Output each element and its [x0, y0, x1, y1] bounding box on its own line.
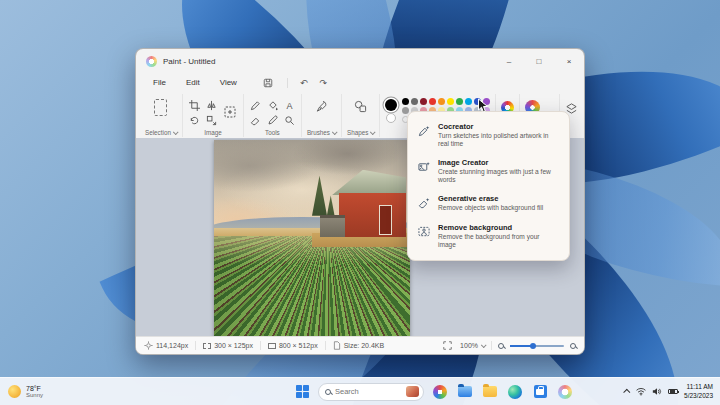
redo-icon[interactable]: ↷	[319, 78, 327, 88]
stretch-icon[interactable]	[205, 114, 218, 127]
undo-icon[interactable]: ↶	[300, 78, 308, 88]
tray-clock[interactable]: 11:11 AM 5/23/2023	[684, 383, 713, 399]
selection-icon	[203, 343, 211, 349]
menu-bar: File Edit View ↶ ↷	[136, 73, 584, 92]
tray-chevron-up-icon[interactable]	[623, 389, 630, 396]
rotate-icon[interactable]	[188, 114, 201, 127]
maximize-button[interactable]: □	[524, 49, 554, 73]
search-highlight-icon[interactable]	[406, 386, 419, 397]
sun-icon	[8, 385, 21, 398]
paint-icon	[558, 385, 572, 399]
selection-label: Selection	[145, 129, 171, 136]
tray-time: 11:11 AM	[684, 383, 713, 391]
taskbar-app-paint[interactable]	[556, 381, 574, 403]
menu-item-generative-erase[interactable]: Generative erase Remove objects with bac…	[408, 189, 569, 218]
palette-swatch[interactable]	[411, 98, 418, 105]
menu-edit[interactable]: Edit	[177, 76, 209, 89]
title-bar[interactable]: Paint - Untitled – □ ×	[136, 49, 584, 73]
menu-item-remove-background[interactable]: Remove background Remove the background …	[408, 218, 569, 254]
pencil-icon[interactable]	[249, 99, 262, 112]
palette-swatch[interactable]	[402, 98, 409, 105]
resize-icon[interactable]	[223, 104, 238, 119]
chevron-down-icon	[370, 129, 376, 135]
mouse-cursor	[477, 98, 489, 114]
zoom-level-dropdown[interactable]: 100%	[460, 342, 485, 349]
palette-swatch[interactable]	[429, 98, 436, 105]
taskbar-app-edge[interactable]	[506, 381, 524, 403]
menu-view[interactable]: View	[211, 76, 246, 89]
crop-icon[interactable]	[188, 99, 201, 112]
edge-icon	[508, 385, 522, 399]
zoom-slider[interactable]	[510, 345, 564, 347]
taskbar-search-box[interactable]	[318, 383, 424, 401]
taskbar-app-folder[interactable]	[481, 381, 499, 403]
painting-barn-door	[379, 205, 393, 235]
start-button[interactable]	[293, 381, 311, 403]
palette-swatch[interactable]	[420, 98, 427, 105]
brushes-group[interactable]: Brushes	[301, 94, 341, 137]
weather-widget[interactable]: 78°F Sunny	[8, 385, 43, 398]
fit-to-window-icon[interactable]	[441, 339, 454, 352]
color1-swatch[interactable]	[385, 99, 397, 111]
eraser-sparkle-icon	[418, 195, 430, 213]
selection-tool-icon[interactable]	[154, 99, 167, 116]
color2-swatch[interactable]	[386, 113, 396, 123]
zoom-out-icon[interactable]	[498, 343, 504, 349]
shapes-group[interactable]: Shapes	[341, 94, 379, 137]
menu-item-image-creator[interactable]: Image Creator Create stunning images wit…	[408, 153, 569, 189]
palette-swatch[interactable]	[447, 98, 454, 105]
eraser-icon[interactable]	[249, 114, 262, 127]
selection-group[interactable]: Selection	[140, 94, 182, 137]
taskbar-app-file-explorer[interactable]	[456, 381, 474, 403]
zoom-slider-thumb[interactable]	[530, 343, 536, 349]
canvas-size-icon	[268, 343, 276, 349]
wifi-icon[interactable]	[636, 387, 646, 396]
remove-background-icon	[418, 224, 430, 242]
search-input[interactable]	[335, 387, 402, 396]
fill-bucket-icon[interactable]	[266, 99, 279, 112]
canvas-image-farm-painting[interactable]	[214, 140, 410, 336]
crosshair-icon	[144, 341, 153, 350]
save-icon[interactable]	[262, 76, 275, 89]
close-button[interactable]: ×	[554, 49, 584, 73]
painting-barn	[339, 193, 406, 237]
paint-app-icon	[146, 56, 157, 67]
status-bar: 114,124px 300 × 125px 800 × 512px Size: …	[136, 336, 584, 354]
shapes-label: Shapes	[347, 129, 368, 136]
folder-icon	[483, 386, 497, 397]
battery-icon[interactable]	[668, 389, 678, 395]
brushes-label: Brushes	[307, 129, 330, 136]
weather-condition: Sunny	[26, 392, 43, 398]
search-icon	[325, 389, 331, 395]
tools-label: Tools	[265, 129, 280, 136]
divider	[491, 341, 492, 350]
menu-file[interactable]: File	[144, 76, 175, 89]
menu-item-cocreator[interactable]: Cocreator Turn sketches into polished ar…	[408, 117, 569, 153]
microsoft-store-icon	[534, 385, 547, 398]
image-group: Image	[182, 94, 243, 137]
text-tool-icon[interactable]: A	[283, 99, 296, 112]
divider	[287, 78, 288, 88]
brush-icon[interactable]	[315, 100, 328, 113]
shapes-icon[interactable]	[354, 100, 367, 113]
magnifier-icon[interactable]	[283, 114, 296, 127]
tray-date: 5/23/2023	[684, 392, 713, 400]
painting-crop-rows	[214, 236, 410, 336]
image-label: Image	[204, 129, 222, 136]
minimize-button[interactable]: –	[494, 49, 524, 73]
taskbar-app-store[interactable]	[531, 381, 549, 403]
divider	[260, 341, 261, 350]
flip-icon[interactable]	[205, 99, 218, 112]
palette-swatch[interactable]	[438, 98, 445, 105]
zoom-in-icon[interactable]	[570, 343, 576, 349]
painting-shed	[320, 215, 345, 237]
image-sparkle-icon	[418, 159, 430, 177]
volume-icon[interactable]	[652, 387, 662, 396]
palette-swatch[interactable]	[465, 98, 472, 105]
file-explorer-icon	[458, 386, 472, 397]
color-picker-icon[interactable]	[266, 114, 279, 127]
canvas-size-status: 800 × 512px	[268, 342, 318, 349]
chevron-down-icon	[173, 129, 179, 135]
palette-swatch[interactable]	[456, 98, 463, 105]
taskbar-app-copilot[interactable]	[431, 381, 449, 403]
